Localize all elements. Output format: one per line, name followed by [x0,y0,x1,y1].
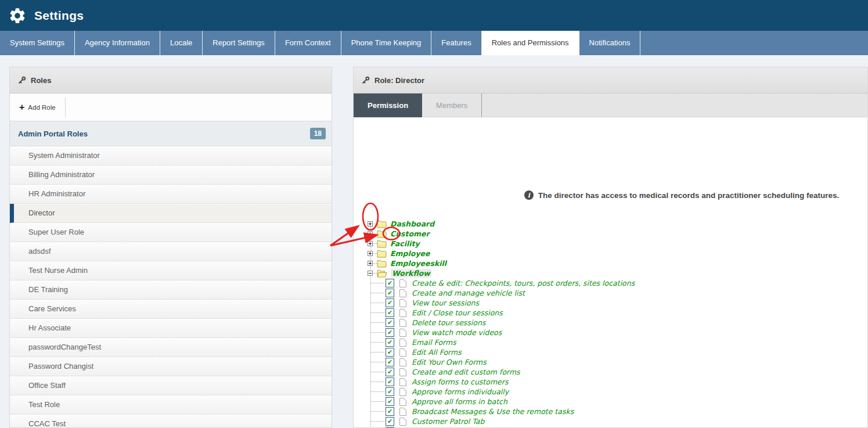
permission-label[interactable]: Approve all forms in batch [412,397,507,406]
tab-form-context[interactable]: Form Context [275,31,341,55]
permission-checkbox[interactable]: ✔ [386,318,394,327]
tree-folder-label[interactable]: Customer [390,229,430,238]
tree-folder-label[interactable]: Workflow [391,269,431,278]
key-icon [362,76,370,84]
permission-checkbox[interactable]: ✔ [386,368,394,376]
document-icon [399,329,406,337]
roles-list: System AdministratorBilling Administrato… [10,146,332,428]
tree-child-nodes: ✔Create & edit: Checkpoints, tours, post… [366,278,635,428]
expand-icon[interactable] [368,261,373,266]
tab-locale[interactable]: Locale [160,31,203,55]
expand-icon[interactable] [368,221,373,226]
tab-phone-time-keeping[interactable]: Phone Time Keeping [341,31,432,55]
document-icon [399,378,406,386]
role-item-system-administrator[interactable]: System Administrator [10,146,332,166]
folder-icon [377,260,387,268]
tab-roles-and-permissions[interactable]: Roles and Permissions [482,31,579,55]
permission-checkbox[interactable]: ✔ [386,407,394,416]
permission-checkbox[interactable]: ✔ [386,308,394,317]
permission-label[interactable]: Create and edit custom forms [412,368,520,376]
permission-item-approve-all-forms-in-batch: ✔Approve all forms in batch [366,397,635,407]
roles-panel-title: Roles [31,76,51,85]
permission-checkbox[interactable]: ✔ [386,417,394,426]
add-role-button[interactable]: + Add Role [10,93,65,121]
permission-item-delete-tour-sessions: ✔Delete tour sessions [366,318,635,328]
role-item-ccac-test[interactable]: CCAC Test [10,415,332,428]
permission-label[interactable]: Customer Patrol Tab [412,417,484,426]
roles-toolbar: + Add Role [10,93,332,121]
permission-label[interactable]: View watch mode videos [412,328,502,337]
tree-folder-label[interactable]: Dashboard [390,220,434,228]
document-icon [399,348,406,357]
tab-system-settings[interactable]: System Settings [0,31,75,55]
role-item-hr-administrator[interactable]: HR Administrator [10,185,332,204]
tab-features[interactable]: Features [431,31,481,55]
permissions-tree: DashboardCustomerFacilityEmployeeEmploye… [366,219,635,428]
permission-label[interactable]: View tour sessions [412,298,479,307]
permission-checkbox[interactable]: ✔ [386,279,394,287]
role-item-test-nurse-admin[interactable]: Test Nurse Admin [10,261,332,280]
permission-content: i The director has access to medical rec… [354,117,867,428]
tab-notifications[interactable]: Notifications [579,31,641,55]
permission-label[interactable]: Broadcast Messages & Use the remote task… [412,407,574,416]
role-item-super-user-role[interactable]: Super User Role [10,223,332,242]
role-item-adsdsf[interactable]: adsdsf [10,242,332,261]
tab-agency-information[interactable]: Agency Information [75,31,160,55]
folder-open-icon [377,269,387,278]
tree-root-nodes: DashboardCustomerFacilityEmployeeEmploye… [366,219,635,278]
permission-checkbox[interactable]: ✔ [386,298,394,307]
expand-icon[interactable] [368,251,373,256]
role-detail-panel: Role: Director PermissionMembers i The d… [353,67,868,428]
role-info-text: The director has access to medical recor… [538,191,839,200]
expand-icon[interactable] [368,231,373,236]
tree-folder-label[interactable]: Employeeskill [390,259,446,268]
role-item-care-services[interactable]: Care Services [10,300,332,319]
tree-folder-label[interactable]: Employee [390,249,430,258]
document-icon [399,408,406,416]
permission-checkbox[interactable]: ✔ [386,397,394,406]
folder-icon [377,250,387,258]
role-item-hr-associate[interactable]: Hr Associate [10,319,332,338]
permission-checkbox[interactable]: ✔ [386,328,394,337]
collapse-icon[interactable] [368,271,373,276]
role-group-label: Admin Portal Roles [18,130,310,138]
tree-folder-customer: Customer [366,229,635,239]
permission-checkbox[interactable]: ✔ [386,377,394,386]
tree-folder-label[interactable]: Facility [390,239,420,248]
role-item-office-staff[interactable]: Office Staff [10,376,332,395]
role-tab-members[interactable]: Members [422,93,482,117]
permission-checkbox[interactable]: ✔ [386,387,394,396]
role-group-header[interactable]: Admin Portal Roles 18 [10,121,332,146]
settings-gear-icon [8,6,27,25]
role-item-test-role[interactable]: Test Role [10,395,332,415]
permission-label[interactable]: Edit Your Own Forms [412,358,487,366]
permission-checkbox[interactable]: ✔ [386,289,394,297]
role-item-passwordchangetest[interactable]: passwordChangeTest [10,338,332,357]
permission-item-create-and-edit-custom-forms: ✔Create and edit custom forms [366,367,635,377]
permission-label[interactable]: Edit All Forms [412,348,462,357]
permission-label[interactable]: Delete tour sessions [412,318,485,327]
expand-icon[interactable] [368,241,373,246]
permission-checkbox[interactable]: ✔ [386,358,394,366]
permission-item-create-edit-checkpoints-tours-post-orders-sites-locations: ✔Create & edit: Checkpoints, tours, post… [366,278,635,288]
tab-report-settings[interactable]: Report Settings [203,31,275,55]
permission-label[interactable]: Assign forms to customers [412,377,508,386]
permission-label[interactable]: Email Forms [412,338,456,347]
role-item-billing-administrator[interactable]: Billing Administrator [10,166,332,185]
role-item-director[interactable]: Director [10,204,332,223]
role-tab-permission[interactable]: Permission [354,93,422,117]
permission-checkbox[interactable]: ✔ [386,348,394,357]
permission-label[interactable]: Approve forms individually [412,387,509,396]
permission-label[interactable]: Create & edit: Checkpoints, tours, post … [412,279,635,287]
tree-folder-facility: Facility [366,239,635,249]
info-icon: i [524,190,534,200]
roles-panel: Roles + Add Role Admin Portal Roles 18 S… [9,67,332,428]
role-count-badge: 18 [310,128,326,139]
permission-item-view-watch-mode-videos: ✔View watch mode videos [366,328,635,337]
role-item-de-training[interactable]: DE Training [10,280,332,300]
permission-label[interactable]: Create and manage vehicle list [412,289,525,297]
role-item-password-changist[interactable]: Password Changist [10,357,332,376]
permission-checkbox[interactable]: ✔ [386,338,394,347]
permission-label[interactable]: Edit / Close tour sessions [412,308,503,317]
role-panel-header: Role: Director [354,67,867,93]
